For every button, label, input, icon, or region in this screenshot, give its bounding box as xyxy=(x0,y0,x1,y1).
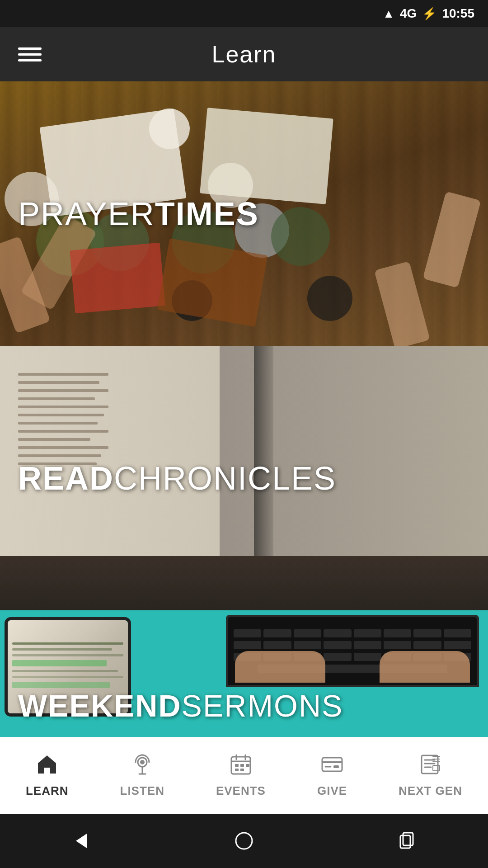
hamburger-line-3 xyxy=(18,59,42,61)
sermons-label-regular: SERMONS xyxy=(182,688,343,723)
svg-rect-16 xyxy=(333,765,339,768)
nav-item-listen[interactable]: LISTEN xyxy=(111,749,174,802)
nav-item-events[interactable]: EVENTS xyxy=(207,749,275,802)
read-chronicles-card[interactable]: READ CHRONICLES xyxy=(0,346,488,610)
listen-nav-label: LISTEN xyxy=(120,784,164,798)
prayer-label-bold: TIMES xyxy=(155,195,259,232)
svg-rect-10 xyxy=(246,764,249,767)
calendar-icon xyxy=(230,753,252,780)
page-title: Learn xyxy=(212,41,277,68)
home-icon xyxy=(36,753,58,780)
signal-icon: ▲ xyxy=(383,7,394,21)
status-bar: ▲ 4G ⚡ 10:55 xyxy=(0,0,488,27)
svg-marker-25 xyxy=(76,834,87,848)
give-nav-label: GIVE xyxy=(317,784,347,798)
svg-point-26 xyxy=(236,833,252,849)
content-area: PRAYER TIMES xyxy=(0,81,488,737)
menu-button[interactable] xyxy=(18,47,42,61)
hamburger-line-1 xyxy=(18,47,42,50)
prayer-times-label: PRAYER TIMES xyxy=(18,195,259,232)
svg-rect-11 xyxy=(235,769,239,771)
next-gen-nav-label: NEXT GEN xyxy=(399,784,462,798)
svg-rect-13 xyxy=(322,758,342,771)
network-type: 4G xyxy=(400,6,417,21)
nav-item-learn[interactable]: LEARN xyxy=(17,749,78,802)
svg-rect-21 xyxy=(433,765,440,771)
svg-rect-27 xyxy=(400,835,410,848)
svg-rect-8 xyxy=(235,764,239,767)
nav-item-next-gen[interactable]: NEXT GEN xyxy=(389,749,471,802)
read-chronicles-label: READ CHRONICLES xyxy=(18,460,336,497)
podcast-icon xyxy=(131,753,154,780)
svg-rect-12 xyxy=(240,769,244,771)
recents-button[interactable] xyxy=(396,830,418,852)
top-header: Learn xyxy=(0,27,488,81)
read-label-bold: READ xyxy=(18,460,114,497)
events-nav-label: EVENTS xyxy=(216,784,266,798)
back-button[interactable] xyxy=(70,830,92,852)
clock: 10:55 xyxy=(442,6,474,21)
hamburger-line-2 xyxy=(18,53,42,56)
newspaper-icon xyxy=(419,753,442,780)
weekend-sermons-label: WEEKEND SERMONS xyxy=(18,688,343,723)
battery-icon: ⚡ xyxy=(422,7,436,21)
credit-card-icon xyxy=(321,753,343,780)
weekend-label-bold: WEEKEND xyxy=(18,688,182,723)
learn-nav-label: LEARN xyxy=(26,784,69,798)
svg-rect-28 xyxy=(403,833,413,845)
svg-point-1 xyxy=(140,760,145,764)
weekend-sermons-card[interactable]: WEEKEND SERMONS xyxy=(0,610,488,737)
prayer-times-card[interactable]: PRAYER TIMES xyxy=(0,81,488,346)
chronicles-label-regular: CHRONICLES xyxy=(114,460,336,497)
system-nav xyxy=(0,814,488,868)
bottom-nav: LEARN LISTEN xyxy=(0,737,488,814)
prayer-label-regular: PRAYER xyxy=(18,195,155,232)
home-button[interactable] xyxy=(233,830,255,852)
svg-rect-9 xyxy=(240,764,244,767)
nav-item-give[interactable]: GIVE xyxy=(308,749,356,802)
